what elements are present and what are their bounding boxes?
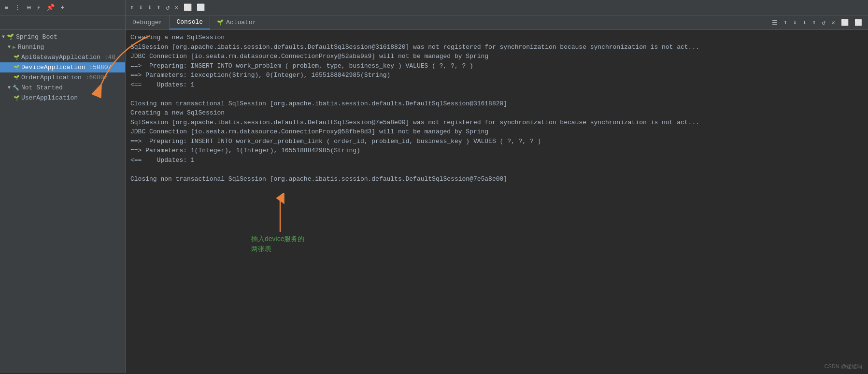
actuator-icon: 🌱 bbox=[217, 19, 224, 26]
annotation-text: 插入device服务的两张表 bbox=[251, 234, 309, 254]
toolbar-icon-pin[interactable]: 📌 bbox=[45, 2, 56, 13]
tab-debugger[interactable]: Debugger bbox=[126, 15, 170, 29]
sidebar-item-order[interactable]: 🌱 OrderApplication :6080/ bbox=[0, 72, 125, 83]
watermark: CSDN @锰锰响 bbox=[825, 362, 862, 371]
toolbar-icon-down2[interactable]: ⬇ bbox=[146, 2, 153, 13]
console-line-9: Creating a new SqlSession bbox=[130, 108, 863, 118]
toolbar-icon-align[interactable]: ≡ bbox=[3, 3, 10, 13]
toolbar-left: ≡ ⋮ ⊞ ⚡ 📌 + bbox=[0, 0, 126, 15]
toolbar-icon-add[interactable]: + bbox=[59, 3, 66, 13]
tab-action-down1[interactable]: ⬇ bbox=[791, 18, 799, 28]
sidebar: ▼ 🌱 Spring Boot ▼ ▶ Running 🌱 ApiGateway… bbox=[0, 30, 126, 373]
user-label: UserApplication bbox=[21, 94, 78, 101]
tab-actuator-label: Actuator bbox=[226, 19, 256, 26]
sidebar-item-apigateway[interactable]: 🌱 ApiGatewayApplication :40 bbox=[0, 52, 125, 62]
toolbar-icon-list[interactable]: ⋮ bbox=[13, 2, 22, 13]
console-line-12: ==> Preparing: INSERT INTO work_order_pr… bbox=[130, 137, 863, 146]
console-line-5: ==> Parameters: 1exception(String), 0(In… bbox=[130, 71, 863, 80]
toolbar-icon-up1[interactable]: ⬆ bbox=[128, 2, 135, 13]
arrow-up-svg bbox=[273, 193, 287, 232]
toolbar-icon-wrap1[interactable]: ⬜ bbox=[182, 2, 193, 13]
console-line-10: SqlSession [org.apache.ibatis.session.de… bbox=[130, 118, 863, 128]
tab-action-close[interactable]: ✕ bbox=[829, 18, 837, 28]
order-label: OrderApplication :6080/ bbox=[21, 74, 108, 81]
tab-action-refresh[interactable]: ↺ bbox=[820, 18, 827, 28]
not-started-chevron-icon: ▼ bbox=[8, 85, 11, 90]
sidebar-root[interactable]: ▼ 🌱 Spring Boot bbox=[0, 32, 125, 42]
tab-action-up[interactable]: ⬆ bbox=[782, 18, 789, 28]
running-label: Running bbox=[18, 43, 44, 51]
tab-actions: ☰ ⬆ ⬇ ⬇ ⬆ ↺ ✕ ⬜ ⬜ bbox=[766, 18, 868, 28]
console-line-11: JDBC Connection [io.seata.rm.datasource.… bbox=[130, 127, 863, 137]
toolbar: ≡ ⋮ ⊞ ⚡ 📌 + ⬆ ⬇ ⬇ ⬆ ↺ ✕ ⬜ ⬜ bbox=[0, 0, 868, 15]
toolbar-icon-close[interactable]: ✕ bbox=[173, 2, 180, 13]
toolbar-icon-up2[interactable]: ⬆ bbox=[155, 2, 162, 13]
device-label: DeviceApplication :5080/ bbox=[21, 64, 112, 71]
console-line-6: <== Updates: 1 bbox=[130, 80, 863, 90]
apigateway-icon: 🌱 bbox=[14, 55, 19, 60]
tab-action-down2[interactable]: ⬇ bbox=[801, 18, 809, 28]
console-line-3: JDBC Connection [io.seata.rm.datasource.… bbox=[130, 52, 863, 61]
tab-action-grid1[interactable]: ⬜ bbox=[839, 18, 851, 28]
toolbar-icon-refresh[interactable]: ↺ bbox=[164, 2, 171, 13]
console-area[interactable]: Creating a new SqlSession SqlSession [or… bbox=[126, 30, 868, 373]
running-play-icon: ▶ bbox=[13, 44, 16, 50]
not-started-label: Not Started bbox=[21, 84, 63, 91]
spring-boot-icon: 🌱 bbox=[7, 33, 14, 41]
tabs-left-spacer bbox=[0, 15, 126, 29]
tabs-right: Debugger Console 🌱 Actuator ☰ ⬆ ⬇ ⬇ ⬆ ↺ … bbox=[126, 15, 868, 29]
apigateway-label: ApiGatewayApplication :40 bbox=[21, 54, 115, 61]
spring-boot-label: Spring Boot bbox=[16, 33, 57, 41]
toolbar-icon-filter[interactable]: ⚡ bbox=[35, 2, 42, 13]
user-icon: 🌱 bbox=[14, 95, 19, 101]
device-icon: 🌱 bbox=[14, 65, 19, 71]
tab-action-up2[interactable]: ⬆ bbox=[811, 18, 818, 28]
annotation-container: 插入device服务的两张表 bbox=[251, 193, 309, 254]
root-chevron-icon: ▼ bbox=[2, 34, 5, 40]
console-line-16: Closing non transactional SqlSession [or… bbox=[130, 174, 863, 184]
console-line-8: Closing non transactional SqlSession [or… bbox=[130, 99, 863, 109]
console-line-1: Creating a new SqlSession bbox=[130, 33, 863, 43]
running-chevron-icon: ▼ bbox=[8, 44, 11, 50]
tab-action-grid2[interactable]: ⬜ bbox=[853, 18, 864, 28]
sidebar-item-device[interactable]: 🌱 DeviceApplication :5080/ bbox=[0, 62, 125, 72]
sidebar-item-user[interactable]: 🌱 UserApplication bbox=[0, 93, 125, 103]
not-started-wrench-icon: 🔧 bbox=[13, 85, 19, 91]
toolbar-right: ⬆ ⬇ ⬇ ⬆ ↺ ✕ ⬜ ⬜ bbox=[126, 0, 868, 15]
order-icon: 🌱 bbox=[14, 75, 19, 81]
console-line-4: ==> Preparing: INSERT INTO work_problem … bbox=[130, 61, 863, 71]
tab-actuator[interactable]: 🌱 Actuator bbox=[210, 15, 263, 29]
console-line-7 bbox=[130, 89, 863, 99]
tab-action-menu[interactable]: ☰ bbox=[770, 18, 780, 28]
tab-console-label: Console bbox=[176, 18, 203, 26]
tab-debugger-label: Debugger bbox=[132, 19, 162, 26]
console-line-15 bbox=[130, 165, 863, 174]
main-content: ▼ 🌱 Spring Boot ▼ ▶ Running 🌱 ApiGateway… bbox=[0, 30, 868, 373]
tabs-bar: Debugger Console 🌱 Actuator ☰ ⬆ ⬇ ⬇ ⬆ ↺ … bbox=[0, 15, 868, 30]
sidebar-not-started-section[interactable]: ▼ 🔧 Not Started bbox=[0, 83, 125, 93]
toolbar-icon-wrap2[interactable]: ⬜ bbox=[195, 2, 206, 13]
console-line-14: <== Updates: 1 bbox=[130, 156, 863, 165]
toolbar-icon-down1[interactable]: ⬇ bbox=[137, 2, 144, 13]
console-line-13: ==> Parameters: 1(Integer), 1(Integer), … bbox=[130, 146, 863, 156]
tab-console[interactable]: Console bbox=[170, 15, 210, 29]
sidebar-running-section[interactable]: ▼ ▶ Running bbox=[0, 42, 125, 52]
toolbar-icon-tree[interactable]: ⊞ bbox=[25, 2, 32, 13]
console-line-2: SqlSession [org.apache.ibatis.session.de… bbox=[130, 43, 863, 52]
